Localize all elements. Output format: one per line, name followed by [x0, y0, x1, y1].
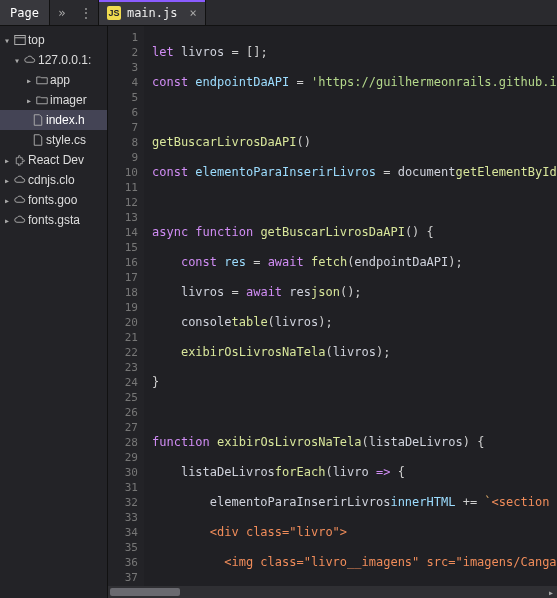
- file-icon: [30, 134, 46, 146]
- chevron-right-icon: ▸: [2, 175, 12, 186]
- cloud-icon: [12, 214, 28, 226]
- tree-row-react[interactable]: ▸ React Dev: [0, 150, 107, 170]
- tree-row-style[interactable]: style.cs: [0, 130, 107, 150]
- js-file-icon: JS: [107, 6, 121, 20]
- tree-label: fonts.goo: [28, 193, 77, 207]
- line-number: 24: [108, 375, 138, 390]
- tree-row-top[interactable]: ▾ top: [0, 30, 107, 50]
- chevron-right-icon: ▸: [2, 155, 12, 166]
- editor-tab-label: main.js: [127, 6, 178, 20]
- line-number: 35: [108, 540, 138, 555]
- tree-row-host[interactable]: ▾ 127.0.0.1:: [0, 50, 107, 70]
- editor-tab-main-js[interactable]: JS main.js ×: [99, 0, 206, 25]
- line-number: 18: [108, 285, 138, 300]
- tree-label: cdnjs.clo: [28, 173, 75, 187]
- line-number: 36: [108, 555, 138, 570]
- tree-label: top: [28, 33, 45, 47]
- chevron-right-icon[interactable]: »: [50, 0, 74, 25]
- cloud-icon: [12, 194, 28, 206]
- line-number: 11: [108, 180, 138, 195]
- line-number: 22: [108, 345, 138, 360]
- panel-overflow-icons: » ⋮: [50, 0, 98, 25]
- line-number: 16: [108, 255, 138, 270]
- line-number: 3: [108, 60, 138, 75]
- line-number: 2: [108, 45, 138, 60]
- tree-label: imager: [50, 93, 87, 107]
- line-number: 17: [108, 270, 138, 285]
- devtools-root: Page » ⋮ JS main.js × ▾ top ▾ 127.0.0: [0, 0, 557, 598]
- sources-tree[interactable]: ▾ top ▾ 127.0.0.1: ▸ app ▸ imager i: [0, 26, 108, 598]
- tree-row-index[interactable]: index.h: [0, 110, 107, 130]
- top-bar: Page » ⋮ JS main.js ×: [0, 0, 557, 26]
- svg-rect-0: [15, 36, 26, 45]
- line-number: 12: [108, 195, 138, 210]
- tree-label: app: [50, 73, 70, 87]
- tree-row-imager[interactable]: ▸ imager: [0, 90, 107, 110]
- line-number: 8: [108, 135, 138, 150]
- chevron-right-icon: ▸: [24, 95, 34, 106]
- line-number: 14: [108, 225, 138, 240]
- line-number: 13: [108, 210, 138, 225]
- line-number: 7: [108, 120, 138, 135]
- line-number: 21: [108, 330, 138, 345]
- line-gutter: 1234567891011121314151617181920212223242…: [108, 26, 144, 598]
- code-editor[interactable]: 1234567891011121314151617181920212223242…: [108, 26, 557, 598]
- cloud-icon: [12, 174, 28, 186]
- line-number: 29: [108, 450, 138, 465]
- extension-icon: [12, 154, 28, 166]
- line-number: 26: [108, 405, 138, 420]
- line-number: 30: [108, 465, 138, 480]
- close-icon[interactable]: ×: [189, 6, 196, 20]
- file-icon: [30, 114, 46, 126]
- line-number: 32: [108, 495, 138, 510]
- chevron-down-icon: ▾: [2, 35, 12, 46]
- tree-row-cdnjs[interactable]: ▸ cdnjs.clo: [0, 170, 107, 190]
- line-number: 4: [108, 75, 138, 90]
- chevron-right-icon: ▸: [2, 195, 12, 206]
- cloud-icon: [22, 54, 38, 66]
- line-number: 37: [108, 570, 138, 585]
- line-number: 28: [108, 435, 138, 450]
- chevron-down-icon: ▾: [12, 55, 22, 66]
- line-number: 6: [108, 105, 138, 120]
- line-number: 34: [108, 525, 138, 540]
- line-number: 5: [108, 90, 138, 105]
- panel-tab-page[interactable]: Page: [0, 0, 50, 25]
- code-area[interactable]: let livros = []; const endpointDaAPI = '…: [144, 26, 557, 598]
- folder-icon: [34, 94, 50, 106]
- tree-label: fonts.gsta: [28, 213, 80, 227]
- more-vert-icon[interactable]: ⋮: [74, 0, 98, 25]
- panel-tab-label: Page: [10, 6, 39, 20]
- line-number: 19: [108, 300, 138, 315]
- line-number: 20: [108, 315, 138, 330]
- window-icon: [12, 34, 28, 46]
- scroll-right-icon[interactable]: ▸: [545, 586, 557, 598]
- tree-row-app[interactable]: ▸ app: [0, 70, 107, 90]
- line-number: 27: [108, 420, 138, 435]
- line-number: 23: [108, 360, 138, 375]
- editor-tabs: JS main.js ×: [99, 0, 557, 25]
- line-number: 25: [108, 390, 138, 405]
- line-number: 33: [108, 510, 138, 525]
- tree-label: React Dev: [28, 153, 84, 167]
- scrollbar-thumb[interactable]: [110, 588, 180, 596]
- chevron-right-icon: ▸: [24, 75, 34, 86]
- horizontal-scrollbar[interactable]: ▸: [108, 586, 557, 598]
- folder-icon: [34, 74, 50, 86]
- line-number: 9: [108, 150, 138, 165]
- chevron-right-icon: ▸: [2, 215, 12, 226]
- line-number: 15: [108, 240, 138, 255]
- tree-label: index.h: [46, 113, 85, 127]
- line-number: 1: [108, 30, 138, 45]
- tree-label: 127.0.0.1:: [38, 53, 91, 67]
- tree-row-fontsgsta[interactable]: ▸ fonts.gsta: [0, 210, 107, 230]
- body: ▾ top ▾ 127.0.0.1: ▸ app ▸ imager i: [0, 26, 557, 598]
- tree-label: style.cs: [46, 133, 86, 147]
- line-number: 31: [108, 480, 138, 495]
- tree-row-fontsgoo[interactable]: ▸ fonts.goo: [0, 190, 107, 210]
- line-number: 10: [108, 165, 138, 180]
